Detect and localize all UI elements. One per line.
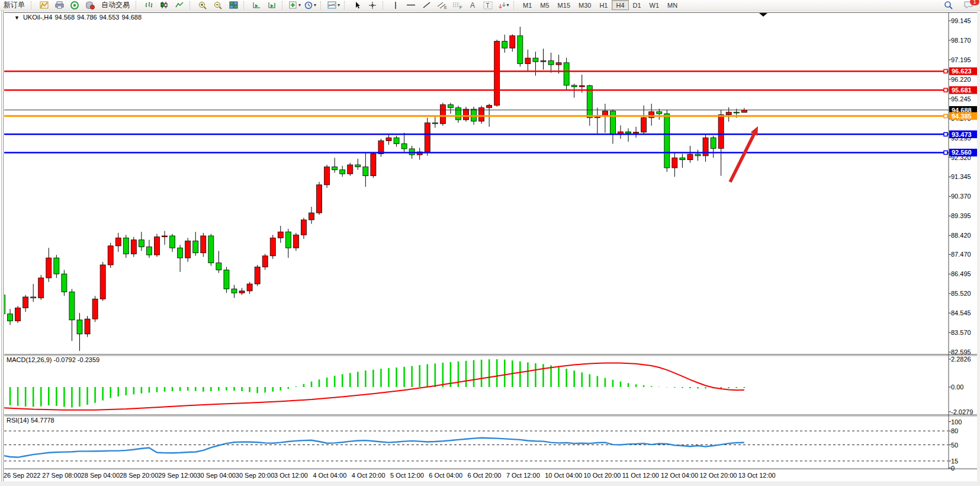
candle[interactable] bbox=[734, 112, 739, 113]
candle[interactable] bbox=[92, 299, 98, 319]
candle[interactable] bbox=[487, 105, 492, 108]
candle[interactable] bbox=[440, 105, 445, 124]
candle[interactable] bbox=[46, 258, 52, 278]
candle[interactable] bbox=[262, 256, 268, 267]
candle[interactable] bbox=[146, 247, 152, 255]
search-icon[interactable] bbox=[941, 0, 956, 11]
candle[interactable] bbox=[193, 241, 198, 252]
candle[interactable] bbox=[162, 236, 168, 237]
candle[interactable] bbox=[23, 297, 28, 308]
candle[interactable] bbox=[62, 274, 67, 292]
candle[interactable] bbox=[726, 112, 731, 114]
candle[interactable] bbox=[31, 297, 36, 298]
candle[interactable] bbox=[718, 115, 724, 149]
equidistant-channel-tool-icon[interactable]: E bbox=[434, 0, 449, 11]
candle[interactable] bbox=[378, 141, 384, 154]
candle[interactable] bbox=[409, 149, 415, 155]
candle[interactable] bbox=[216, 263, 221, 270]
candle[interactable] bbox=[115, 238, 121, 246]
timeframe-m1-button[interactable]: M1 bbox=[519, 0, 536, 10]
candle[interactable] bbox=[100, 265, 105, 299]
arrows-tool-icon[interactable]: ▾ bbox=[496, 0, 511, 11]
notifications-chat-icon[interactable]: 1 bbox=[961, 0, 976, 11]
candle[interactable] bbox=[371, 154, 376, 175]
candle[interactable] bbox=[185, 241, 191, 258]
candle[interactable] bbox=[270, 238, 275, 255]
cursor-tool-icon[interactable] bbox=[349, 0, 365, 11]
candle[interactable] bbox=[687, 154, 693, 159]
candle[interactable] bbox=[293, 235, 298, 248]
line-handle[interactable] bbox=[944, 88, 947, 92]
candle[interactable] bbox=[464, 109, 469, 120]
candle[interactable] bbox=[386, 138, 391, 140]
candle[interactable] bbox=[178, 248, 183, 258]
bar-chart-type-icon[interactable] bbox=[141, 0, 156, 11]
candle[interactable] bbox=[741, 110, 747, 113]
candle[interactable] bbox=[208, 236, 214, 263]
line-handle[interactable] bbox=[944, 69, 947, 73]
candle[interactable] bbox=[38, 278, 44, 298]
candle[interactable] bbox=[131, 240, 136, 254]
candle[interactable] bbox=[510, 36, 515, 48]
candle[interactable] bbox=[54, 258, 59, 274]
candle[interactable] bbox=[471, 109, 477, 121]
new-chart-icon[interactable] bbox=[36, 0, 52, 11]
candle[interactable] bbox=[301, 220, 306, 235]
candle[interactable] bbox=[448, 105, 453, 108]
candle[interactable] bbox=[494, 41, 500, 105]
candle[interactable] bbox=[432, 123, 438, 124]
candle[interactable] bbox=[77, 320, 82, 334]
candle[interactable] bbox=[355, 165, 361, 167]
candle[interactable] bbox=[610, 111, 615, 135]
chart-shift-icon[interactable] bbox=[264, 0, 279, 11]
candle[interactable] bbox=[556, 63, 561, 65]
chart-shift-marker[interactable] bbox=[759, 13, 767, 17]
candle[interactable] bbox=[641, 118, 647, 132]
data-center-icon[interactable] bbox=[67, 0, 82, 11]
vertical-line-tool-icon[interactable] bbox=[388, 0, 403, 11]
candle[interactable] bbox=[502, 41, 507, 48]
candle[interactable] bbox=[672, 158, 677, 168]
candle[interactable] bbox=[664, 114, 670, 168]
candle[interactable] bbox=[518, 36, 523, 63]
candle[interactable] bbox=[533, 58, 538, 62]
timeframe-w1-button[interactable]: W1 bbox=[645, 0, 664, 10]
candle[interactable] bbox=[232, 289, 237, 293]
candle[interactable] bbox=[285, 232, 291, 248]
timeframe-d1-button[interactable]: D1 bbox=[629, 0, 645, 10]
timeframe-clock-icon[interactable]: ▾ bbox=[303, 0, 318, 11]
candle[interactable] bbox=[348, 165, 353, 174]
new-order-button[interactable]: 新订单 bbox=[0, 0, 28, 11]
macd-pane[interactable] bbox=[2, 359, 744, 410]
print-icon[interactable] bbox=[52, 0, 67, 11]
candle[interactable] bbox=[69, 292, 75, 320]
candle[interactable] bbox=[340, 170, 345, 174]
text-tool-icon[interactable]: A bbox=[465, 0, 480, 11]
candle[interactable] bbox=[317, 185, 322, 213]
candle[interactable] bbox=[201, 236, 206, 253]
candle[interactable] bbox=[247, 284, 252, 291]
text-label-tool-icon[interactable]: T bbox=[480, 0, 496, 11]
one-click-trading-toggle-icon[interactable]: ▼ bbox=[14, 15, 20, 21]
trendline-tool-icon[interactable] bbox=[419, 0, 434, 11]
candle[interactable] bbox=[401, 144, 407, 149]
candle[interactable] bbox=[571, 85, 577, 87]
candle[interactable] bbox=[324, 167, 330, 184]
add-indicator-icon[interactable]: ▾ bbox=[287, 0, 303, 11]
timeframe-h1-button[interactable]: H1 bbox=[595, 0, 612, 10]
candle[interactable] bbox=[255, 267, 260, 284]
timeframe-m30-button[interactable]: M30 bbox=[574, 0, 595, 10]
candle[interactable] bbox=[239, 291, 245, 293]
zoom-out-icon[interactable] bbox=[210, 0, 226, 11]
candle[interactable] bbox=[425, 123, 430, 152]
timeframe-h4-button[interactable]: H4 bbox=[612, 0, 628, 10]
line-chart-type-icon[interactable] bbox=[172, 0, 187, 11]
candle[interactable] bbox=[8, 314, 13, 321]
candle[interactable] bbox=[564, 63, 569, 85]
auto-scroll-icon[interactable] bbox=[249, 0, 264, 11]
candle[interactable] bbox=[695, 154, 701, 156]
candle[interactable] bbox=[85, 319, 90, 334]
template-icon[interactable]: ▾ bbox=[326, 0, 342, 11]
candle[interactable] bbox=[455, 108, 461, 120]
candle[interactable] bbox=[657, 112, 662, 114]
